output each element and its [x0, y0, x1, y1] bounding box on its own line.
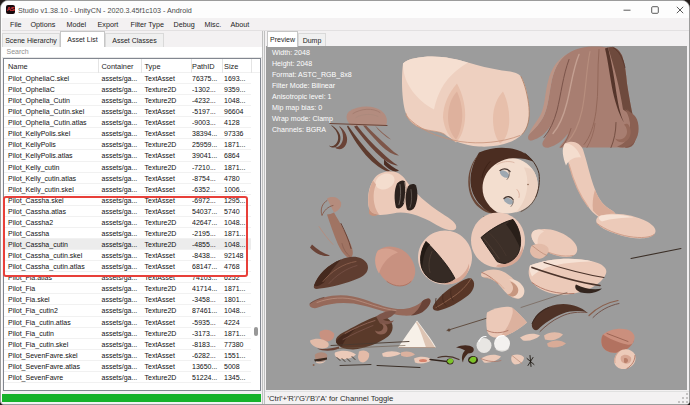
column-header-name[interactable]: Name: [4, 59, 99, 73]
cell-type: TextAsset: [142, 339, 192, 350]
table-row[interactable]: Pilot_Fia.skelassets/ga...TextAsset-3458…: [4, 294, 251, 305]
cell-pathid: 13650...: [192, 361, 223, 372]
column-header-container[interactable]: Container: [99, 59, 142, 73]
vertical-scrollbar[interactable]: [254, 327, 258, 336]
table-row[interactable]: Pilot_Ophelia_Cutin.atlasassets/ga...Tex…: [4, 117, 251, 128]
cell-type: Texture2D: [142, 372, 192, 383]
cell-name: Pilot_SevenFavre: [4, 372, 99, 383]
table-row[interactable]: Pilot_Fia_cutin.atlasassets/ga...TextAss…: [4, 317, 251, 328]
cell-type: Texture2D: [142, 305, 192, 316]
column-header-pathid[interactable]: PathID: [192, 59, 223, 73]
search-placeholder: Search: [7, 47, 29, 58]
menu-item-misc[interactable]: Misc.: [205, 18, 222, 31]
cell-size: 1871...: [223, 139, 252, 150]
cell-pathid: -1302...: [192, 84, 223, 95]
table-row[interactable]: Pilot_Kelly_cutinassets/ga...Texture2D-7…: [4, 162, 251, 173]
cell-name: Pilot_Fia_cutin2: [4, 305, 99, 316]
cell-name: Pilot_Fia.skel: [4, 294, 99, 305]
table-row[interactable]: Pilot_KellyPolis.atlasassets/ga...TextAs…: [4, 150, 251, 161]
table-row[interactable]: Pilot_OpheliaCassets/ga...Texture2D-1302…: [4, 84, 251, 95]
table-row[interactable]: Pilot_SevenFavreassets/ga...Texture2D512…: [4, 372, 251, 383]
cell-size: 6864: [223, 150, 252, 161]
table-row[interactable]: Pilot_Kelly_cutin.atlasassets/ga...TextA…: [4, 173, 251, 184]
table-row[interactable]: Pilot_KellyPolis.skelassets/ga...TextAss…: [4, 128, 251, 139]
column-header-size[interactable]: Size: [223, 59, 252, 73]
cell-container: assets/ga...: [99, 372, 142, 383]
texture-info-overlay: Width: 2048Height: 2048Format: ASTC_RGB_…: [272, 48, 352, 137]
search-input[interactable]: Search: [2, 47, 262, 58]
table-row[interactable]: Pilot_Kelly_cutin.skelassets/ga...TextAs…: [4, 184, 251, 195]
maximize-button[interactable]: [642, 1, 668, 19]
table-row[interactable]: Pilot_Fiaassets/ga...Texture2D41714...18…: [4, 283, 251, 294]
tab-asset-list[interactable]: Asset List: [60, 31, 105, 47]
cell-name: Pilot_Fia: [4, 283, 99, 294]
cell-name: Pilot_Kelly_cutin.skel: [4, 184, 99, 195]
cell-name: Pilot_OpheliaC.skel: [4, 73, 99, 84]
cell-container: assets/ga...: [99, 173, 142, 184]
menu-bar: FileOptionsModelExportFilter TypeDebugMi…: [2, 18, 690, 31]
cell-name: Pilot_Ophelia_Cutin.atlas: [4, 117, 99, 128]
menu-item-options[interactable]: Options: [31, 18, 56, 31]
table-row[interactable]: Pilot_KellyPolisassets/ga...Texture2D259…: [4, 139, 251, 150]
cell-name: Pilot_Kelly_cutin.atlas: [4, 173, 99, 184]
table-header: NameContainerTypePathIDSize: [4, 59, 260, 73]
cell-type: Texture2D: [142, 84, 192, 95]
cell-pathid: -8754...: [192, 173, 223, 184]
cell-name: Pilot_Fia_cutin: [4, 328, 99, 339]
menu-item-export[interactable]: Export: [98, 18, 119, 31]
title-bar: AS Studio v1.38.10 - UnityCN - 2020.3.45…: [1, 1, 689, 19]
cell-pathid: 87461...: [192, 305, 223, 316]
cell-type: Texture2D: [142, 95, 192, 106]
menu-item-file[interactable]: File: [10, 18, 22, 31]
cell-size: 4224: [223, 317, 252, 328]
tab-scene-hierarchy[interactable]: Scene Hierarchy: [2, 33, 60, 47]
table-row[interactable]: Pilot_Fia_cutin.skelassets/ga...TextAsse…: [4, 339, 251, 350]
cell-type: TextAsset: [142, 117, 192, 128]
menu-item-model[interactable]: Model: [67, 18, 87, 31]
table-row[interactable]: Pilot_Ophelia_Cutin.skelassets/ga...Text…: [4, 106, 251, 117]
cell-pathid: 39041...: [192, 150, 223, 161]
texture-info-line: Width: 2048: [272, 48, 352, 59]
cell-container: assets/ga...: [99, 73, 142, 84]
cell-size: 5008: [223, 361, 252, 372]
table-row[interactable]: Pilot_Ophelia_Cutinassets/ga...Texture2D…: [4, 95, 251, 106]
cell-pathid: 25959...: [192, 139, 223, 150]
cell-size: 1048...: [223, 305, 252, 316]
cell-size: 1801...: [223, 294, 252, 305]
cell-size: 1006...: [223, 184, 252, 195]
table-row[interactable]: Pilot_Fia_cutin2assets/ga...Texture2D874…: [4, 305, 251, 316]
cell-type: TextAsset: [142, 317, 192, 328]
tab-asset-classes[interactable]: Asset Classes: [105, 33, 164, 47]
cell-name: Pilot_KellyPolis.atlas: [4, 150, 99, 161]
cell-size: 77380: [223, 339, 252, 350]
resize-grip[interactable]: [679, 394, 688, 403]
cell-container: assets/ga...: [99, 139, 142, 150]
menu-item-about[interactable]: About: [231, 18, 250, 31]
cell-name: Pilot_Kelly_cutin: [4, 162, 99, 173]
cell-name: Pilot_SevenFavre.skel: [4, 350, 99, 361]
annotation-highlight-box: [3, 196, 248, 276]
cell-pathid: 51224...: [192, 372, 223, 383]
cell-size: 1871...: [223, 328, 252, 339]
cell-pathid: -5197...: [192, 106, 223, 117]
close-button[interactable]: [667, 1, 690, 19]
table-row[interactable]: Pilot_SevenFavre.skelassets/ga...TextAss…: [4, 350, 251, 361]
cell-container: assets/ga...: [99, 184, 142, 195]
texture-info-line: Anisotropic level: 1: [272, 92, 352, 103]
table-row[interactable]: Pilot_OpheliaC.skelassets/ga...TextAsset…: [4, 73, 251, 84]
cell-type: Texture2D: [142, 283, 192, 294]
column-header-type[interactable]: Type: [142, 59, 192, 73]
asset-list-panel: Scene HierarchyAsset ListAsset Classes S…: [2, 31, 262, 405]
asset-table: NameContainerTypePathIDSize Pilot_Opheli…: [3, 58, 261, 391]
tab-preview[interactable]: Preview: [267, 31, 298, 47]
menu-item-debug[interactable]: Debug: [174, 18, 195, 31]
texture-info-line: Height: 2048: [272, 59, 352, 70]
cell-type: Texture2D: [142, 162, 192, 173]
maximize-icon: [651, 6, 659, 14]
table-row[interactable]: Pilot_Fia_cutinassets/ga...Texture2D-317…: [4, 328, 251, 339]
texture-info-line: Format: ASTC_RGB_8x8: [272, 70, 352, 81]
minimize-button[interactable]: [614, 1, 640, 19]
table-row[interactable]: Pilot_SevenFavre.atlasassets/ga...TextAs…: [4, 361, 251, 372]
cell-container: assets/ga...: [99, 339, 142, 350]
menu-item-filtertype[interactable]: Filter Type: [131, 18, 164, 31]
